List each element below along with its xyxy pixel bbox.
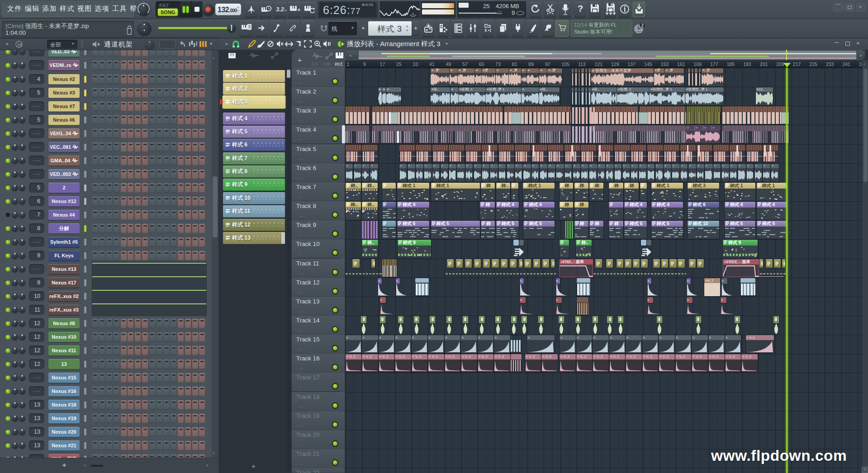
- svg-text:2: 2: [641, 23, 644, 28]
- svg-text:15: 15: [17, 43, 22, 47]
